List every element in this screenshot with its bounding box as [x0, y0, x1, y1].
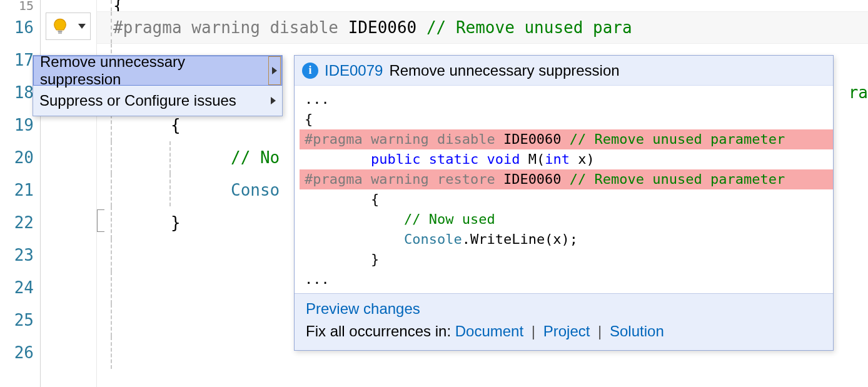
fix-scope-document[interactable]: Document	[455, 323, 523, 339]
qa-item-remove-suppression[interactable]: Remove unnecessary suppression	[33, 56, 282, 86]
code-line[interactable]: #pragma warning disable IDE0060 // Remov…	[97, 11, 868, 44]
rule-description: Remove unnecessary suppression	[389, 62, 619, 79]
line-number: 16	[0, 11, 40, 44]
line-number: 15	[0, 0, 40, 11]
line-number: 23	[0, 239, 40, 271]
info-icon: i	[302, 63, 318, 79]
submenu-expand-button[interactable]	[268, 56, 281, 85]
qa-item-label: Remove unnecessary suppression	[40, 53, 268, 88]
diff-preview: ... { #pragma warning disable IDE0060 //…	[295, 86, 833, 293]
fix-scope-label: Fix all occurrences in:	[306, 323, 455, 339]
quick-actions-lightbulb-button[interactable]	[46, 13, 91, 40]
quick-actions-menu: Remove unnecessary suppression Suppress …	[33, 55, 283, 116]
diff-removed-line: #pragma warning restore IDE0060 // Remov…	[300, 169, 833, 189]
fix-preview-panel: i IDE0079 Remove unnecessary suppression…	[294, 55, 834, 351]
svg-rect-1	[58, 33, 62, 34]
fix-scope-row: Fix all occurrences in: Document | Proje…	[306, 323, 822, 340]
qa-item-label: Suppress or Configure issues	[39, 92, 236, 109]
line-number: 24	[0, 271, 40, 304]
preview-footer: Preview changes Fix all occurrences in: …	[295, 293, 833, 350]
preview-header: i IDE0079 Remove unnecessary suppression	[295, 56, 833, 86]
line-number: 26	[0, 336, 40, 369]
line-number: 21	[0, 174, 40, 206]
diff-removed-line: #pragma warning disable IDE0060 // Remov…	[300, 129, 833, 149]
line-number: 25	[0, 304, 40, 336]
rule-id-link[interactable]: IDE0079	[325, 62, 383, 79]
chevron-right-icon	[272, 67, 277, 74]
fix-scope-project[interactable]: Project	[543, 323, 590, 339]
fix-scope-solution[interactable]: Solution	[610, 323, 664, 339]
lightbulb-icon	[51, 18, 69, 35]
line-number: 22	[0, 206, 40, 239]
svg-rect-0	[58, 31, 62, 32]
chevron-down-icon	[78, 24, 86, 29]
chevron-right-icon	[271, 97, 276, 104]
preview-changes-link[interactable]: Preview changes	[306, 300, 822, 318]
line-number: 20	[0, 141, 40, 174]
qa-item-suppress-configure[interactable]: Suppress or Configure issues	[33, 86, 282, 116]
